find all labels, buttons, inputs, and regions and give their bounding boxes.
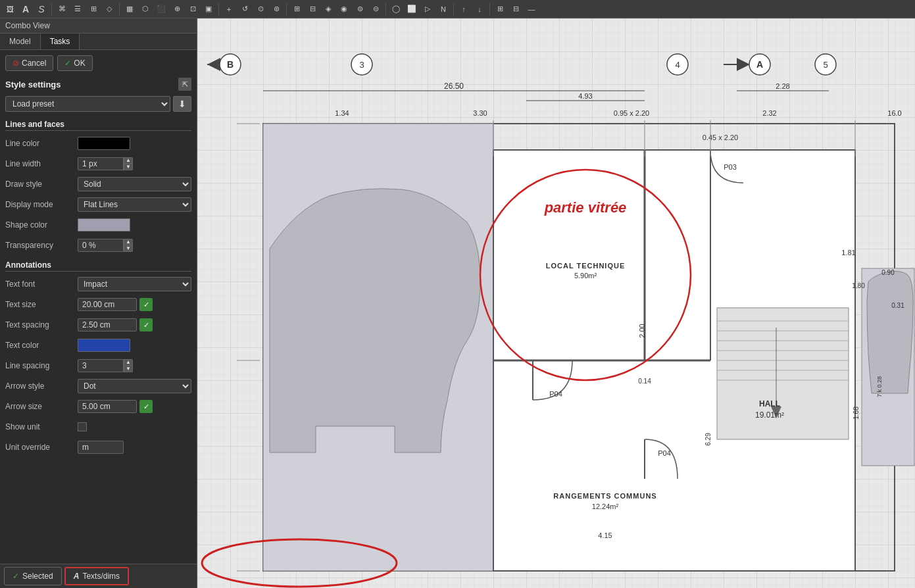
text-color-swatch[interactable] [78, 339, 130, 352]
text-size-input[interactable] [78, 298, 137, 311]
preset-download-button[interactable]: ⬇ [173, 96, 191, 112]
transparency-up[interactable]: ▲ [124, 239, 133, 245]
toolbar-icon-29[interactable]: ↓ [472, 2, 487, 16]
toolbar-icon-19[interactable]: ⊟ [305, 2, 320, 16]
text-size-row: Text size ✓ [5, 296, 191, 313]
arrow-style-control: Dot [78, 379, 191, 393]
tab-bar: Model Tasks [0, 34, 197, 50]
svg-text:1.81: 1.81 [841, 249, 855, 257]
download-icon: ⬇ [178, 99, 186, 109]
left-panel: Combo View Model Tasks ⊘ Cancel ✓ OK Sty… [0, 18, 197, 588]
toolbar-icon-10[interactable]: ⬛ [154, 2, 168, 16]
toolbar-icon-17[interactable]: ⊛ [269, 2, 284, 16]
line-width-row: Line width ▲ ▼ [5, 155, 191, 172]
toolbar-icon-21[interactable]: ◉ [337, 2, 351, 16]
text-size-control: ✓ [78, 298, 191, 311]
arrow-style-row: Arrow style Dot [5, 378, 191, 395]
texts-dims-tab-label: Texts/dims [82, 572, 120, 581]
toolbar-icon-5[interactable]: ☰ [70, 2, 85, 16]
transparency-input[interactable] [78, 239, 124, 252]
toolbar-icon-13[interactable]: ▣ [201, 2, 216, 16]
toolbar-icon-14[interactable]: + [222, 2, 236, 16]
line-width-input[interactable] [78, 157, 124, 170]
toolbar-icon-7[interactable]: ◇ [102, 2, 116, 16]
text-spacing-check[interactable]: ✓ [139, 318, 153, 331]
transparency-spinner: ▲ ▼ [78, 239, 133, 252]
toolbar-icon-15[interactable]: ↺ [237, 2, 252, 16]
transparency-down[interactable]: ▼ [124, 245, 133, 252]
panel-content: ⊘ Cancel ✓ OK Style settings ⇱ Load pres… [0, 50, 197, 564]
svg-text:16.0: 16.0 [887, 109, 901, 117]
toolbar-icon-31[interactable]: ⊟ [508, 2, 523, 16]
svg-text:0.95 x 2.20: 0.95 x 2.20 [614, 109, 649, 117]
toolbar-icon-12[interactable]: ⊡ [185, 2, 200, 16]
show-unit-row: Show unit [5, 418, 191, 435]
line-spacing-up[interactable]: ▲ [124, 359, 133, 366]
style-settings-title: Style settings [5, 80, 61, 89]
toolbar-icon-26[interactable]: ▷ [420, 2, 435, 16]
tab-tasks[interactable]: Tasks [41, 34, 80, 49]
toolbar-icon-28[interactable]: ↑ [457, 2, 471, 16]
toolbar-icon-24[interactable]: ◯ [389, 2, 403, 16]
toolbar-icon-4[interactable]: ⌘ [55, 2, 69, 16]
unit-override-input[interactable] [78, 441, 124, 454]
shape-color-swatch[interactable] [78, 218, 130, 232]
svg-text:7 k 0.28: 7 k 0.28 [876, 376, 883, 397]
unit-override-row: Unit override [5, 439, 191, 456]
cancel-button[interactable]: ⊘ Cancel [5, 55, 53, 71]
toolbar-icon-22[interactable]: ⊜ [353, 2, 367, 16]
svg-text:4: 4 [675, 60, 680, 70]
draw-style-label: Draw style [5, 180, 78, 189]
line-spacing-down[interactable]: ▼ [124, 366, 133, 372]
style-settings-collapse[interactable]: ⇱ [178, 78, 191, 91]
ok-button[interactable]: ✓ OK [57, 55, 92, 71]
annotations-title: Annotations [5, 260, 191, 272]
toolbar-icon-2[interactable]: A [18, 2, 33, 16]
arrow-size-check[interactable]: ✓ [139, 400, 153, 413]
draw-style-control: Solid [78, 177, 191, 191]
toolbar-icon-30[interactable]: ⊞ [493, 2, 507, 16]
toolbar-icon-27[interactable]: N [436, 2, 451, 16]
arrow-size-input[interactable] [78, 400, 137, 413]
draw-style-select[interactable]: Solid [78, 177, 191, 191]
toolbar-icon-11[interactable]: ⊕ [170, 2, 184, 16]
toolbar-icon-9[interactable]: ⬡ [138, 2, 153, 16]
texts-dims-tab-icon: A [74, 572, 80, 581]
text-font-select[interactable]: Impact [78, 277, 191, 291]
selected-tab-label: Selected [22, 572, 53, 581]
text-size-check[interactable]: ✓ [139, 298, 153, 311]
toolbar-icon-32[interactable]: — [524, 2, 539, 16]
toolbar-icon-20[interactable]: ◈ [321, 2, 335, 16]
line-width-up[interactable]: ▲ [124, 157, 133, 164]
show-unit-label: Show unit [5, 422, 78, 431]
shape-color-label: Shape color [5, 220, 78, 230]
svg-text:LOCAL TECHNIQUE: LOCAL TECHNIQUE [546, 262, 626, 270]
toolbar-icon-18[interactable]: ⊞ [289, 2, 304, 16]
toolbar-icon-25[interactable]: ⬜ [405, 2, 419, 16]
arrow-style-select[interactable]: Dot [78, 379, 191, 393]
tab-model[interactable]: Model [0, 34, 41, 49]
line-color-swatch[interactable] [78, 137, 130, 150]
preset-select[interactable]: Load preset [5, 96, 170, 112]
line-spacing-input[interactable] [78, 359, 124, 372]
text-font-control: Impact [78, 277, 191, 291]
line-width-label: Line width [5, 159, 78, 168]
toolbar-icon-1[interactable]: 🖼 [3, 2, 17, 16]
toolbar-icon-3[interactable]: S [34, 2, 49, 16]
line-width-down[interactable]: ▼ [124, 164, 133, 170]
toolbar-icon-8[interactable]: ▦ [122, 2, 137, 16]
lines-faces-title: Lines and faces [5, 120, 191, 131]
main-area: Combo View Model Tasks ⊘ Cancel ✓ OK Sty… [0, 18, 915, 588]
bottom-tab-selected[interactable]: ✓ Selected [4, 567, 62, 585]
toolbar-icon-23[interactable]: ⊝ [368, 2, 383, 16]
display-mode-select[interactable]: Flat Lines [78, 197, 191, 212]
viewport[interactable]: B 3 4 A 5 26.50 4.93 2.28 1.34 3 [197, 18, 915, 588]
toolbar-icon-16[interactable]: ⊙ [253, 2, 268, 16]
toolbar-sep-2 [119, 3, 120, 15]
bottom-tab-texts-dims[interactable]: A Texts/dims [64, 567, 129, 585]
toolbar-icon-6[interactable]: ⊞ [86, 2, 101, 16]
text-spacing-input[interactable] [78, 318, 137, 331]
show-unit-checkbox[interactable] [78, 422, 87, 431]
svg-text:0.31: 0.31 [891, 302, 904, 309]
shape-color-row: Shape color [5, 216, 191, 233]
